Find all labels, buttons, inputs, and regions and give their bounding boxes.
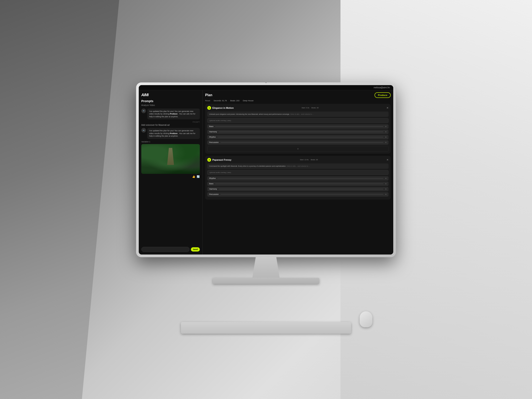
segment-beats-2: Beats: 30 xyxy=(311,159,318,161)
msg1-highlight: Produce xyxy=(170,113,177,115)
prompts-title: Prompts xyxy=(141,99,200,103)
message-bubble-2: I've updated the plan for you! You can g… xyxy=(147,128,200,139)
segment-close-2[interactable]: ✕ xyxy=(386,158,389,161)
track-close-harmony-2[interactable]: ✕ xyxy=(385,188,387,190)
segment-name-2: Paparazzi Frenzy xyxy=(212,158,231,161)
track-line-percussion-1 xyxy=(221,142,383,143)
send-button[interactable]: Send xyxy=(191,247,200,252)
track-line-percussion-2 xyxy=(221,194,383,195)
track-row-percussion-1: Percussion ✕ xyxy=(207,140,389,145)
segment-desc-1: Unleash pure elegance and power. Introdu… xyxy=(207,112,389,117)
segment-name-1: Elegance in Motion xyxy=(212,107,234,109)
track-name-rhythm-2: Rhythm xyxy=(209,177,216,179)
segment-close-1[interactable]: ✕ xyxy=(386,106,389,109)
segment-card-2: 2 Paparazzi Frenzy Start: 13.5s Beats: 3… xyxy=(205,156,391,200)
track-row-rhythm-2: Rhythm ✕ xyxy=(207,176,389,181)
track-name-percussion-2: Percussion xyxy=(209,193,219,195)
monitor-stand-base xyxy=(213,278,319,284)
track-row-harmony-1: Harmony ✕ xyxy=(207,130,389,134)
message-bubble-1: I've updated the plan for you! You can g… xyxy=(147,108,200,120)
audio-overlay-input-1[interactable] xyxy=(207,118,389,123)
video-controls: 👍 🔄 xyxy=(141,175,200,178)
track-line-bass-1 xyxy=(215,126,383,127)
track-close-percussion-2[interactable]: ✕ xyxy=(385,193,387,196)
bg-shape-left xyxy=(0,0,149,399)
track-name-harmony-1: Harmony xyxy=(209,131,217,133)
track-line-harmony-1 xyxy=(219,132,383,132)
track-row-harmony-2: Harmony ✕ xyxy=(207,187,389,191)
track-close-bass-2[interactable]: ✕ xyxy=(385,183,387,185)
right-panel: Plan Produce Reset Seconds: 91.76 Beats:… xyxy=(203,90,393,254)
track-close-rhythm-2[interactable]: ✕ xyxy=(385,177,387,180)
app-body: AiMi Prompts Analyze Video AI I've updat… xyxy=(139,90,393,254)
prompt-text: Add voiceover for Maserati ad xyxy=(141,124,200,126)
produce-button[interactable]: Produce xyxy=(374,92,391,98)
screen: melissa@aimi.fm AiMi Prompts Analyze Vid… xyxy=(139,85,393,254)
track-close-percussion-1[interactable]: ✕ xyxy=(385,141,387,144)
avatar-1: AI xyxy=(141,108,146,113)
chat-input[interactable] xyxy=(141,247,190,252)
refresh-icon[interactable]: 🔄 xyxy=(197,175,200,178)
prompt-label: PROMPT xyxy=(141,121,200,123)
msg2-highlight: Produce xyxy=(170,132,177,134)
seg2-desc-muted: Voice is alto... and volume is ... xyxy=(287,165,310,167)
track-row-bass-1: Bass ✕ xyxy=(207,124,389,129)
beats-info: Beats: 203 xyxy=(230,100,239,102)
thumbs-up-icon[interactable]: 👍 xyxy=(192,175,195,178)
plan-title: Plan xyxy=(205,93,212,97)
track-row-bass-2: Bass ✕ xyxy=(207,182,389,186)
track-row-rhythm-1: Rhythm ✕ xyxy=(207,135,389,139)
chat-input-row: Send xyxy=(141,247,200,252)
camera-dot xyxy=(265,81,267,83)
seg1-desc-bold: Unleash pure elegance and power. Introdu… xyxy=(209,113,290,115)
mouse xyxy=(360,311,372,327)
track-line-bass-2 xyxy=(215,184,383,184)
monitor-stand-neck xyxy=(249,257,283,278)
track-name-bass-1: Bass xyxy=(209,125,213,127)
track-name-rhythm-1: Rhythm xyxy=(209,136,216,138)
variation-label: Variation 1 xyxy=(141,141,200,143)
keyboard xyxy=(181,322,351,334)
chat-message-2: AI I've updated the plan for you! You ca… xyxy=(141,128,200,139)
app-header: melissa@aimi.fm xyxy=(139,85,393,90)
segment-start-1: Start: 0.0s xyxy=(302,107,309,109)
segment-start-2: Start: 13.5s xyxy=(300,159,309,161)
track-name-percussion-1: Percussion xyxy=(209,141,219,143)
segment-number-title-1: 1 Elegance in Motion xyxy=(207,106,234,110)
track-name-harmony-2: Harmony xyxy=(209,188,217,190)
left-panel: AiMi Prompts Analyze Video AI I've updat… xyxy=(139,90,203,254)
seg2-desc-bold: Command the spotlight with Maserati. Eve… xyxy=(209,165,286,167)
segment-header-2: 2 Paparazzi Frenzy Start: 13.5s Beats: 3… xyxy=(207,158,389,162)
segment-meta-1: Start: 0.0s Beats: 30 xyxy=(302,107,319,109)
track-row-percussion-2: Percussion ✕ xyxy=(207,192,389,197)
user-email: melissa@aimi.fm xyxy=(374,86,390,89)
segment-number-title-2: 2 Paparazzi Frenzy xyxy=(207,158,231,162)
video-preview xyxy=(141,144,200,174)
audio-overlay-input-2[interactable] xyxy=(207,170,389,175)
segment-desc-2: Command the spotlight with Maserati. Eve… xyxy=(207,164,389,169)
seg1-desc-muted: Voice is alto... and volume is ... xyxy=(290,113,314,115)
track-close-rhythm-1[interactable]: ✕ xyxy=(385,136,387,138)
avatar-2: AI xyxy=(141,128,146,133)
track-name-bass-2: Bass xyxy=(209,183,213,185)
segment-header-1: 1 Elegance in Motion Start: 0.0s Beats: … xyxy=(207,106,389,110)
add-track-button-1[interactable]: + xyxy=(207,146,389,152)
chat-message-1: AI I've updated the plan for you! You ca… xyxy=(141,108,200,120)
track-line-rhythm-1 xyxy=(217,137,383,138)
track-line-harmony-2 xyxy=(219,189,383,189)
track-close-harmony-1[interactable]: ✕ xyxy=(385,131,387,133)
track-line-rhythm-2 xyxy=(217,178,383,179)
genre-selector[interactable]: Deep House xyxy=(243,100,253,102)
seconds-info: Seconds: 91.76 xyxy=(214,100,227,102)
segment-num-2: 2 xyxy=(207,158,211,162)
monitor-wrapper: melissa@aimi.fm AiMi Prompts Analyze Vid… xyxy=(128,82,404,317)
plan-header: Plan Produce xyxy=(205,92,391,98)
reset-button[interactable]: Reset xyxy=(205,100,210,102)
plan-meta: Reset Seconds: 91.76 Beats: 203 Deep Hou… xyxy=(205,100,391,102)
analyze-video-button[interactable]: Analyze Video xyxy=(141,104,200,106)
segment-card-1: 1 Elegance in Motion Start: 0.0s Beats: … xyxy=(205,104,391,154)
track-close-bass-1[interactable]: ✕ xyxy=(385,125,387,128)
segment-beats-1: Beats: 30 xyxy=(311,107,319,109)
monitor-bezel: melissa@aimi.fm AiMi Prompts Analyze Vid… xyxy=(136,82,396,257)
segment-num-1: 1 xyxy=(207,106,211,110)
